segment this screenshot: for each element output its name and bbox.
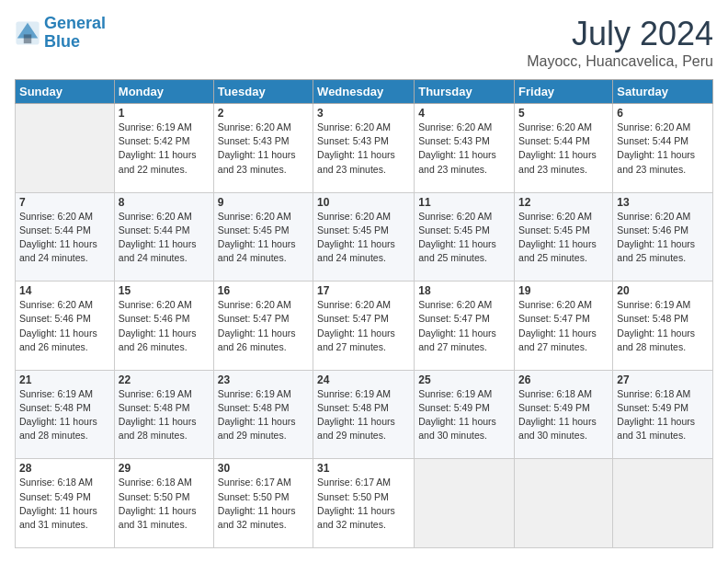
calendar-header-row: SundayMondayTuesdayWednesdayThursdayFrid… — [16, 80, 713, 104]
day-number: 14 — [19, 284, 110, 297]
calendar-cell: 18Sunrise: 6:20 AM Sunset: 5:47 PM Dayli… — [415, 282, 515, 371]
day-number: 18 — [418, 284, 510, 297]
day-info: Sunrise: 6:19 AM Sunset: 5:48 PM Dayligh… — [19, 387, 110, 443]
calendar-cell: 10Sunrise: 6:20 AM Sunset: 5:45 PM Dayli… — [313, 192, 415, 282]
day-info: Sunrise: 6:20 AM Sunset: 5:46 PM Dayligh… — [617, 210, 709, 266]
calendar-cell: 17Sunrise: 6:20 AM Sunset: 5:47 PM Dayli… — [313, 282, 415, 371]
calendar-cell: 22Sunrise: 6:19 AM Sunset: 5:48 PM Dayli… — [114, 370, 213, 459]
logo-line1: General — [44, 14, 106, 32]
day-number: 8 — [119, 196, 210, 209]
day-info: Sunrise: 6:20 AM Sunset: 5:45 PM Dayligh… — [317, 210, 410, 266]
header-day-thursday: Thursday — [415, 80, 515, 104]
day-number: 1 — [119, 107, 210, 120]
day-number: 4 — [418, 107, 510, 120]
logo-line2: Blue — [44, 32, 80, 51]
day-number: 3 — [317, 107, 410, 120]
day-number: 12 — [518, 196, 609, 209]
calendar-subtitle: Mayocc, Huancavelica, Peru — [527, 53, 713, 70]
header-day-monday: Monday — [114, 80, 213, 104]
calendar-cell: 29Sunrise: 6:18 AM Sunset: 5:50 PM Dayli… — [114, 459, 213, 548]
calendar-week-row: 1Sunrise: 6:19 AM Sunset: 5:42 PM Daylig… — [16, 104, 713, 193]
day-info: Sunrise: 6:20 AM Sunset: 5:45 PM Dayligh… — [218, 210, 309, 266]
day-number: 24 — [317, 373, 410, 386]
calendar-title: July 2024 — [527, 15, 713, 53]
calendar-cell: 16Sunrise: 6:20 AM Sunset: 5:47 PM Dayli… — [213, 282, 313, 371]
day-number: 7 — [19, 196, 110, 209]
day-number: 20 — [617, 284, 709, 297]
day-info: Sunrise: 6:19 AM Sunset: 5:49 PM Dayligh… — [418, 387, 510, 443]
day-info: Sunrise: 6:19 AM Sunset: 5:48 PM Dayligh… — [119, 387, 210, 443]
day-info: Sunrise: 6:18 AM Sunset: 5:49 PM Dayligh… — [518, 387, 609, 443]
day-number: 25 — [418, 373, 510, 386]
calendar-cell: 20Sunrise: 6:19 AM Sunset: 5:48 PM Dayli… — [613, 282, 713, 371]
day-number: 29 — [119, 462, 210, 475]
day-info: Sunrise: 6:17 AM Sunset: 5:50 PM Dayligh… — [218, 476, 309, 532]
calendar-cell: 26Sunrise: 6:18 AM Sunset: 5:49 PM Dayli… — [515, 370, 613, 459]
day-number: 31 — [317, 462, 410, 475]
day-number: 27 — [617, 373, 709, 386]
day-number: 22 — [119, 373, 210, 386]
calendar-cell — [515, 459, 613, 548]
day-info: Sunrise: 6:20 AM Sunset: 5:46 PM Dayligh… — [119, 298, 210, 354]
day-number: 9 — [218, 196, 309, 209]
calendar-week-row: 28Sunrise: 6:18 AM Sunset: 5:49 PM Dayli… — [16, 459, 713, 548]
calendar-cell — [613, 459, 713, 548]
day-info: Sunrise: 6:20 AM Sunset: 5:43 PM Dayligh… — [317, 121, 410, 177]
day-number: 15 — [119, 284, 210, 297]
day-number: 19 — [518, 284, 609, 297]
calendar-cell: 30Sunrise: 6:17 AM Sunset: 5:50 PM Dayli… — [213, 459, 313, 548]
day-info: Sunrise: 6:20 AM Sunset: 5:45 PM Dayligh… — [518, 210, 609, 266]
logo-icon — [15, 20, 40, 46]
day-info: Sunrise: 6:18 AM Sunset: 5:50 PM Dayligh… — [119, 476, 210, 532]
calendar-cell: 11Sunrise: 6:20 AM Sunset: 5:45 PM Dayli… — [415, 192, 515, 282]
day-info: Sunrise: 6:20 AM Sunset: 5:47 PM Dayligh… — [218, 298, 309, 354]
header-day-wednesday: Wednesday — [313, 80, 415, 104]
day-info: Sunrise: 6:18 AM Sunset: 5:49 PM Dayligh… — [19, 476, 110, 532]
calendar-cell: 13Sunrise: 6:20 AM Sunset: 5:46 PM Dayli… — [613, 192, 713, 282]
day-number: 17 — [317, 284, 410, 297]
day-number: 28 — [19, 462, 110, 475]
page: General Blue July 2024 Mayocc, Huancavel… — [0, 0, 728, 563]
day-info: Sunrise: 6:20 AM Sunset: 5:47 PM Dayligh… — [418, 298, 510, 354]
calendar-cell: 2Sunrise: 6:20 AM Sunset: 5:43 PM Daylig… — [213, 104, 313, 193]
calendar-cell: 5Sunrise: 6:20 AM Sunset: 5:44 PM Daylig… — [515, 104, 613, 193]
day-number: 16 — [218, 284, 309, 297]
day-info: Sunrise: 6:19 AM Sunset: 5:42 PM Dayligh… — [119, 121, 210, 177]
day-info: Sunrise: 6:20 AM Sunset: 5:47 PM Dayligh… — [518, 298, 609, 354]
day-number: 26 — [518, 373, 609, 386]
day-info: Sunrise: 6:19 AM Sunset: 5:48 PM Dayligh… — [617, 298, 709, 354]
day-number: 11 — [418, 196, 510, 209]
day-number: 21 — [19, 373, 110, 386]
calendar-cell: 8Sunrise: 6:20 AM Sunset: 5:44 PM Daylig… — [114, 192, 213, 282]
header-day-friday: Friday — [515, 80, 613, 104]
calendar-cell: 3Sunrise: 6:20 AM Sunset: 5:43 PM Daylig… — [313, 104, 415, 193]
day-info: Sunrise: 6:19 AM Sunset: 5:48 PM Dayligh… — [218, 387, 309, 443]
calendar-cell: 6Sunrise: 6:20 AM Sunset: 5:44 PM Daylig… — [613, 104, 713, 193]
calendar-cell: 31Sunrise: 6:17 AM Sunset: 5:50 PM Dayli… — [313, 459, 415, 548]
day-info: Sunrise: 6:20 AM Sunset: 5:43 PM Dayligh… — [418, 121, 510, 177]
calendar-cell: 23Sunrise: 6:19 AM Sunset: 5:48 PM Dayli… — [213, 370, 313, 459]
day-number: 23 — [218, 373, 309, 386]
header: General Blue July 2024 Mayocc, Huancavel… — [15, 15, 713, 70]
day-info: Sunrise: 6:17 AM Sunset: 5:50 PM Dayligh… — [317, 476, 410, 532]
calendar-cell: 28Sunrise: 6:18 AM Sunset: 5:49 PM Dayli… — [16, 459, 115, 548]
day-number: 5 — [518, 107, 609, 120]
day-info: Sunrise: 6:20 AM Sunset: 5:43 PM Dayligh… — [218, 121, 309, 177]
calendar-cell: 24Sunrise: 6:19 AM Sunset: 5:48 PM Dayli… — [313, 370, 415, 459]
calendar-cell: 27Sunrise: 6:18 AM Sunset: 5:49 PM Dayli… — [613, 370, 713, 459]
day-info: Sunrise: 6:20 AM Sunset: 5:45 PM Dayligh… — [418, 210, 510, 266]
calendar-cell — [415, 459, 515, 548]
day-info: Sunrise: 6:20 AM Sunset: 5:44 PM Dayligh… — [617, 121, 709, 177]
calendar-table: SundayMondayTuesdayWednesdayThursdayFrid… — [15, 79, 713, 548]
day-number: 13 — [617, 196, 709, 209]
calendar-cell: 19Sunrise: 6:20 AM Sunset: 5:47 PM Dayli… — [515, 282, 613, 371]
title-block: July 2024 Mayocc, Huancavelica, Peru — [527, 15, 713, 70]
day-info: Sunrise: 6:18 AM Sunset: 5:49 PM Dayligh… — [617, 387, 709, 443]
calendar-cell — [16, 104, 115, 193]
day-number: 2 — [218, 107, 309, 120]
day-number: 10 — [317, 196, 410, 209]
day-info: Sunrise: 6:20 AM Sunset: 5:44 PM Dayligh… — [119, 210, 210, 266]
calendar-week-row: 14Sunrise: 6:20 AM Sunset: 5:46 PM Dayli… — [16, 282, 713, 371]
calendar-cell: 1Sunrise: 6:19 AM Sunset: 5:42 PM Daylig… — [114, 104, 213, 193]
day-info: Sunrise: 6:20 AM Sunset: 5:46 PM Dayligh… — [19, 298, 110, 354]
